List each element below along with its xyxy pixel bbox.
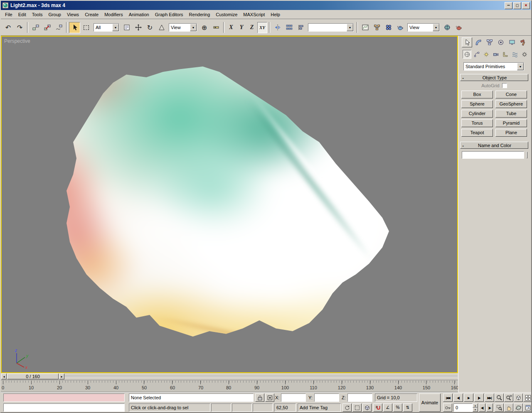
menu-animation[interactable]: Animation bbox=[126, 11, 152, 18]
select-and-link-button[interactable] bbox=[30, 22, 41, 33]
selection-lock-button[interactable] bbox=[255, 393, 264, 402]
current-frame-input[interactable]: 0 bbox=[453, 403, 473, 412]
category-geometry[interactable] bbox=[463, 50, 471, 59]
selection-filter-dropdown[interactable]: All▼ bbox=[94, 23, 119, 32]
tab-hierarchy[interactable] bbox=[484, 37, 495, 47]
track-bar[interactable]: 0 10 20 30 40 50 60 70 80 90 100 110 120… bbox=[1, 380, 458, 392]
object-name-input[interactable] bbox=[462, 151, 524, 159]
play-button[interactable]: ▶ bbox=[464, 393, 473, 402]
snap-toggle-button[interactable]: 3 bbox=[373, 403, 382, 412]
go-to-end-button[interactable]: ▶▶| bbox=[485, 393, 494, 402]
category-systems[interactable] bbox=[520, 50, 529, 59]
menu-create[interactable]: Create bbox=[82, 11, 101, 18]
y-coordinate-input[interactable] bbox=[314, 393, 339, 402]
go-to-start-button[interactable]: |◀◀ bbox=[443, 393, 453, 402]
tab-utilities[interactable] bbox=[518, 37, 528, 47]
restrict-xy-button[interactable]: XY bbox=[257, 22, 267, 33]
menu-edit[interactable]: Edit bbox=[15, 11, 29, 18]
sphere-button[interactable]: Sphere bbox=[461, 100, 493, 108]
menu-rendering[interactable]: Rendering bbox=[186, 11, 213, 18]
box-button[interactable]: Box bbox=[461, 91, 493, 98]
scene-object-blob[interactable] bbox=[60, 66, 392, 337]
select-and-rotate-button[interactable]: ↻ bbox=[144, 22, 155, 33]
region-zoom-button[interactable] bbox=[495, 403, 504, 412]
category-helpers[interactable] bbox=[501, 50, 510, 59]
pan-button[interactable] bbox=[504, 403, 513, 412]
category-lights[interactable] bbox=[482, 50, 490, 59]
object-type-rollout-header[interactable]: - Object Type bbox=[460, 74, 528, 81]
previous-frame-button[interactable]: ◀| bbox=[479, 403, 485, 412]
zoom-all-button[interactable] bbox=[504, 393, 513, 402]
spinner-down-icon[interactable]: ▼ bbox=[473, 408, 478, 412]
x-coordinate-input[interactable] bbox=[281, 393, 306, 402]
previous-key-button[interactable]: ◀| bbox=[453, 393, 463, 402]
time-slider-handle[interactable]: 0 / 160 bbox=[7, 374, 59, 379]
align-button[interactable] bbox=[295, 22, 306, 33]
category-space-warps[interactable] bbox=[510, 50, 519, 59]
menu-group[interactable]: Group bbox=[45, 11, 64, 18]
render-last-button[interactable] bbox=[441, 22, 453, 33]
primitives-category-dropdown[interactable]: Standard Primitives ▼ bbox=[463, 62, 524, 71]
tab-modify[interactable] bbox=[473, 37, 483, 47]
category-shapes[interactable] bbox=[472, 50, 481, 59]
material-editor-button[interactable] bbox=[383, 22, 394, 33]
restrict-x-button[interactable]: X bbox=[226, 22, 236, 33]
plane-button[interactable]: Plane bbox=[495, 129, 527, 137]
key-mode-toggle-button[interactable] bbox=[443, 403, 452, 412]
menu-modifiers[interactable]: Modifiers bbox=[101, 11, 126, 18]
tab-motion[interactable] bbox=[495, 37, 506, 47]
percent-snap-button[interactable]: % bbox=[393, 403, 402, 412]
minimize-button[interactable]: – bbox=[505, 2, 512, 9]
mirror-button[interactable] bbox=[272, 22, 283, 33]
teapot-button[interactable]: Teapot bbox=[461, 129, 493, 137]
named-selection-dropdown[interactable]: ▼ bbox=[308, 23, 354, 32]
cylinder-button[interactable]: Cylinder bbox=[461, 110, 493, 118]
reference-coordinate-dropdown[interactable]: View▼ bbox=[169, 23, 197, 32]
unlink-selection-button[interactable] bbox=[42, 22, 53, 33]
autogrid-checkbox[interactable] bbox=[502, 83, 507, 88]
tube-button[interactable]: Tube bbox=[495, 110, 527, 118]
restrict-z-button[interactable]: Z bbox=[247, 22, 257, 33]
time-slider-next-button[interactable]: ▸ bbox=[59, 374, 64, 379]
redo-button[interactable]: ↷ bbox=[14, 22, 25, 33]
spinner-snap-button[interactable]: ⇅ bbox=[403, 403, 412, 412]
next-frame-button[interactable]: |▶ bbox=[486, 403, 493, 412]
absolute-offset-toggle-button[interactable] bbox=[265, 393, 274, 402]
restrict-y-button[interactable]: Y bbox=[236, 22, 246, 33]
select-object-button[interactable] bbox=[69, 22, 80, 33]
pyramid-button[interactable]: Pyramid bbox=[495, 119, 527, 127]
geosphere-button[interactable]: GeoSphere bbox=[495, 100, 527, 108]
quick-render-button[interactable] bbox=[453, 22, 464, 33]
render-scene-button[interactable] bbox=[394, 22, 406, 33]
perspective-viewport[interactable]: Perspective z y x bbox=[1, 36, 458, 373]
track-view-button[interactable] bbox=[360, 22, 371, 33]
render-type-dropdown[interactable]: View▼ bbox=[407, 23, 440, 32]
tab-display[interactable] bbox=[507, 37, 517, 47]
menu-customize[interactable]: Customize bbox=[213, 11, 240, 18]
tab-create[interactable] bbox=[462, 37, 472, 47]
min-max-toggle-button[interactable] bbox=[523, 403, 532, 412]
next-key-button[interactable]: |▶ bbox=[474, 393, 484, 402]
animate-button[interactable]: Animate bbox=[419, 393, 441, 412]
menu-help[interactable]: Help bbox=[268, 11, 283, 18]
select-and-move-button[interactable] bbox=[133, 22, 144, 33]
zoom-extents-all-button[interactable] bbox=[523, 393, 532, 402]
add-time-tag-button[interactable]: Add Time Tag bbox=[298, 403, 341, 412]
select-and-manipulate-button[interactable] bbox=[210, 22, 222, 33]
menu-maxscript[interactable]: MAXScript bbox=[240, 11, 268, 18]
zoom-extents-button[interactable] bbox=[514, 393, 523, 402]
time-slider-track[interactable] bbox=[64, 374, 458, 379]
menu-file[interactable]: File bbox=[2, 11, 15, 18]
select-by-name-button[interactable] bbox=[121, 22, 132, 33]
select-and-scale-button[interactable] bbox=[156, 22, 167, 33]
torus-button[interactable]: Torus bbox=[461, 119, 493, 127]
zoom-button[interactable] bbox=[495, 393, 504, 402]
region-select-button[interactable] bbox=[81, 22, 92, 33]
object-color-swatch[interactable] bbox=[527, 152, 527, 158]
maxscript-listener-input[interactable] bbox=[3, 403, 125, 412]
array-button[interactable] bbox=[283, 22, 295, 33]
menu-tools[interactable]: Tools bbox=[29, 11, 46, 18]
bind-to-space-warp-button[interactable] bbox=[53, 22, 64, 33]
snap-cube-toggle-button[interactable] bbox=[362, 403, 372, 412]
undo-button[interactable]: ↶ bbox=[2, 22, 14, 33]
